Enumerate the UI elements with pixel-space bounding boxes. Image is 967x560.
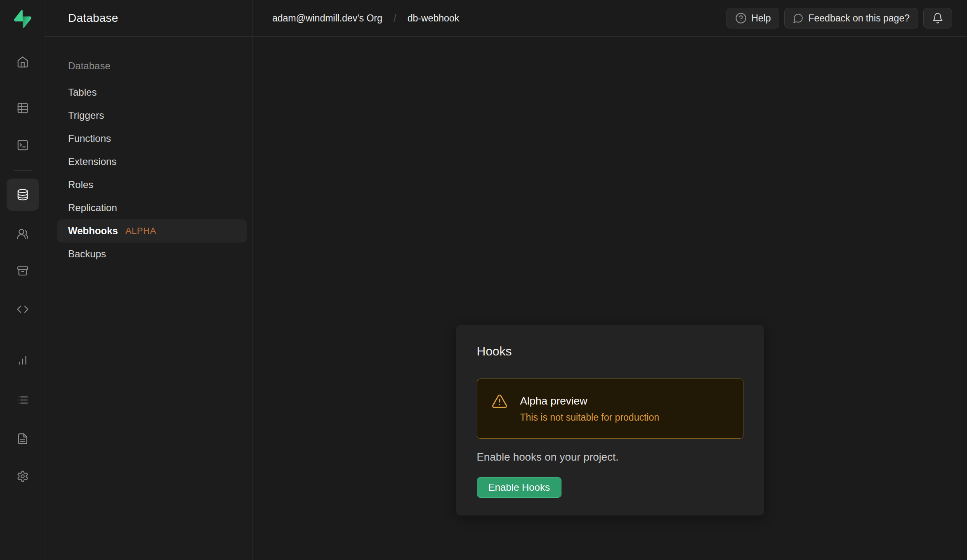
page-title: Database <box>68 12 118 25</box>
table-editor-icon <box>17 102 29 114</box>
rail-divider <box>14 337 32 337</box>
feedback-button[interactable]: Feedback on this page? <box>784 8 918 28</box>
panel-header: Database <box>45 0 252 37</box>
bell-icon <box>932 12 943 24</box>
api-docs-icon <box>17 433 29 445</box>
database-menu-panel: Database Database Tables Triggers Functi… <box>45 0 253 560</box>
database-icon <box>17 188 29 201</box>
content-area: Hooks Alpha preview This is not suitable… <box>253 37 967 560</box>
menu-item-extensions[interactable]: Extensions <box>57 150 247 173</box>
feedback-button-label: Feedback on this page? <box>808 13 910 24</box>
app-window: Database Database Tables Triggers Functi… <box>0 0 967 560</box>
breadcrumb-org[interactable]: adam@windmill.dev's Org <box>272 13 382 24</box>
alpha-preview-alert: Alpha preview This is not suitable for p… <box>477 379 743 439</box>
rail-table-editor-button[interactable] <box>7 92 39 124</box>
rail-divider <box>14 84 32 84</box>
rail-home-button[interactable] <box>7 46 39 78</box>
settings-icon <box>17 470 29 482</box>
rail-sql-editor-button[interactable] <box>7 129 39 161</box>
help-circle-icon <box>735 12 747 24</box>
alert-title: Alpha preview <box>520 394 660 408</box>
logs-icon <box>17 394 29 406</box>
rail-database-button[interactable] <box>7 179 39 211</box>
breadcrumb: adam@windmill.dev's Org / db-webhook <box>272 12 459 24</box>
panel-menu: Database Tables Triggers Functions Exten… <box>45 37 252 266</box>
home-icon <box>17 56 29 68</box>
storage-icon <box>17 265 29 277</box>
header-actions: Help Feedback on this page? <box>726 8 952 28</box>
alert-description: This is not suitable for production <box>520 411 660 424</box>
warning-triangle-icon <box>491 393 508 409</box>
rail-storage-button[interactable] <box>7 255 39 287</box>
help-button[interactable]: Help <box>726 8 779 28</box>
rail-divider <box>14 170 32 171</box>
breadcrumb-project[interactable]: db-webhook <box>408 13 459 24</box>
rail-reports-button[interactable] <box>7 344 39 376</box>
rail-api-docs-button[interactable] <box>7 423 39 455</box>
alpha-badge: ALPHA <box>125 226 156 236</box>
supabase-logo-icon[interactable] <box>14 10 31 28</box>
menu-item-roles[interactable]: Roles <box>57 173 247 196</box>
rail-settings-button[interactable] <box>7 460 39 492</box>
help-button-label: Help <box>751 13 771 24</box>
enable-hooks-button[interactable]: Enable Hooks <box>477 477 561 498</box>
notifications-button[interactable] <box>923 8 952 28</box>
hooks-card-title: Hooks <box>477 344 743 359</box>
sql-editor-icon <box>17 139 29 151</box>
auth-users-icon <box>17 228 29 240</box>
reports-icon <box>17 354 29 366</box>
breadcrumb-separator: / <box>394 12 396 24</box>
hooks-card-description: Enable hooks on your project. <box>477 450 743 464</box>
menu-item-tables[interactable]: Tables <box>57 81 247 104</box>
alert-text: Alpha preview This is not suitable for p… <box>520 394 660 424</box>
main-header: adam@windmill.dev's Org / db-webhook Hel… <box>253 0 967 37</box>
menu-item-backups[interactable]: Backups <box>57 242 247 266</box>
hooks-card: Hooks Alpha preview This is not suitable… <box>456 325 764 515</box>
menu-item-replication[interactable]: Replication <box>57 196 247 219</box>
menu-item-triggers[interactable]: Triggers <box>57 104 247 127</box>
menu-item-webhooks[interactable]: Webhooks ALPHA <box>57 219 247 242</box>
message-circle-icon <box>793 13 804 24</box>
rail-edge-functions-button[interactable] <box>7 293 39 325</box>
main-area: adam@windmill.dev's Org / db-webhook Hel… <box>253 0 967 560</box>
icon-rail <box>0 0 45 560</box>
menu-item-functions[interactable]: Functions <box>57 127 247 150</box>
rail-logs-button[interactable] <box>7 384 39 416</box>
edge-functions-icon <box>17 303 29 315</box>
rail-auth-button[interactable] <box>7 218 39 250</box>
menu-section-label: Database <box>57 54 247 78</box>
